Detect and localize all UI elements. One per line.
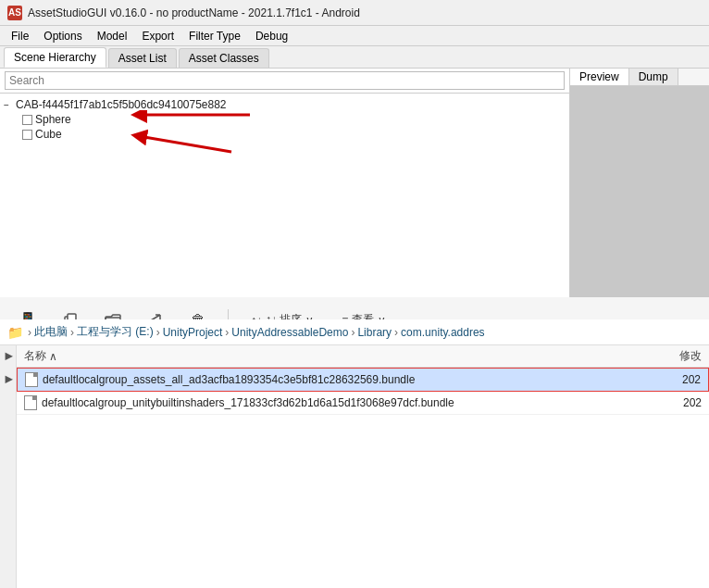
tree-checkbox-cube[interactable] [22, 130, 32, 140]
tab-scene-hierarchy[interactable]: Scene Hierarchy [4, 47, 106, 68]
tree-node-cube[interactable]: Cube [22, 127, 566, 142]
tree-checkbox-sphere[interactable] [22, 115, 32, 125]
breadcrumb-folder-icon: 📁 [7, 325, 23, 340]
file-name-1: defaultlocalgroup_unitybuiltinshaders_17… [42, 396, 618, 409]
col-name-label: 名称 [24, 348, 46, 364]
app-icon: AS [7, 6, 22, 20]
tree-children: Sphere Cube [4, 112, 566, 142]
title-bar: AS AssetStudioGUI v0.16.0 - no productNa… [0, 0, 709, 26]
tabs-row: Scene Hierarchy Asset List Asset Classes [0, 46, 709, 69]
file-list-header: 名称 ∧ 修改 [17, 345, 709, 368]
tree-toggle[interactable]: − [4, 100, 13, 110]
menu-bar: File Options Model Export Filter Type De… [0, 26, 709, 46]
menu-options[interactable]: Options [36, 28, 89, 44]
breadcrumb-thispc[interactable]: 此电脑 [34, 324, 68, 340]
menu-export[interactable]: Export [134, 28, 181, 44]
menu-filtertype[interactable]: Filter Type [181, 28, 248, 44]
tab-preview[interactable]: Preview [570, 69, 629, 85]
menu-debug[interactable]: Debug [248, 28, 295, 44]
search-input[interactable] [5, 71, 565, 90]
tree-area: − CAB-f4445f1f7ab1c5f5b06dc9410075e882 S… [0, 94, 569, 297]
breadcrumb-comaddr[interactable]: com.unity.addres [401, 326, 485, 339]
right-panel: Preview Dump [570, 69, 709, 297]
file-list-body: defaultlocalgroup_assets_all_ad3acfba189… [17, 368, 709, 588]
col-name-header[interactable]: 名称 ∧ [24, 348, 618, 364]
left-nav: ◀ ◀ [0, 345, 17, 588]
breadcrumb-addressable[interactable]: UnityAddressableDemo [231, 326, 348, 339]
tree-label-sphere: Sphere [35, 113, 71, 126]
tab-asset-classes[interactable]: Asset Classes [179, 48, 269, 68]
tab-dump[interactable]: Dump [629, 69, 678, 85]
menu-model[interactable]: Model [90, 28, 135, 44]
nav-icon-1[interactable]: ◀ [0, 349, 16, 365]
file-row-1[interactable]: defaultlocalgroup_unitybuiltinshaders_17… [17, 392, 709, 415]
breadcrumb-unityproject[interactable]: UnityProject [163, 326, 223, 339]
panel-row: − CAB-f4445f1f7ab1c5f5b06dc9410075e882 S… [0, 69, 709, 297]
file-modified-1: 202 [618, 396, 702, 409]
file-modified-0: 202 [617, 373, 701, 386]
col-modified-header: 修改 [618, 348, 702, 364]
file-icon-0 [25, 372, 38, 387]
col-sort-arrow: ∧ [49, 350, 57, 363]
bottom-section: 📁 › 此电脑 › 工程与学习 (E:) › UnityProject › Un… [0, 319, 709, 588]
search-bar [0, 69, 569, 94]
menu-file[interactable]: File [4, 28, 36, 44]
preview-area [570, 86, 709, 297]
nav-icon-2[interactable]: ◀ [0, 372, 16, 388]
file-row-0[interactable]: defaultlocalgroup_assets_all_ad3acfba189… [17, 368, 709, 392]
tree-root-label: CAB-f4445f1f7ab1c5f5b06dc9410075e882 [16, 98, 227, 111]
title-text: AssetStudioGUI v0.16.0 - no productName … [28, 6, 360, 19]
file-list-section: 名称 ∧ 修改 defaultlocalgroup_assets_all_ad3… [17, 345, 709, 588]
tree-root-node[interactable]: − CAB-f4445f1f7ab1c5f5b06dc9410075e882 [4, 97, 566, 112]
breadcrumb-drive[interactable]: 工程与学习 (E:) [77, 324, 154, 340]
file-icon-1 [24, 395, 37, 410]
breadcrumb-bar: 📁 › 此电脑 › 工程与学习 (E:) › UnityProject › Un… [0, 319, 709, 345]
assetstudio-section: Scene Hierarchy Asset List Asset Classes… [0, 46, 709, 319]
file-name-0: defaultlocalgroup_assets_all_ad3acfba189… [43, 373, 617, 386]
tree-label-cube: Cube [35, 128, 62, 141]
left-panel: − CAB-f4445f1f7ab1c5f5b06dc9410075e882 S… [0, 69, 570, 297]
breadcrumb-library[interactable]: Library [357, 326, 392, 339]
right-tabs: Preview Dump [570, 69, 709, 86]
tree-node-sphere[interactable]: Sphere [22, 112, 566, 127]
tab-asset-list[interactable]: Asset List [108, 48, 177, 68]
